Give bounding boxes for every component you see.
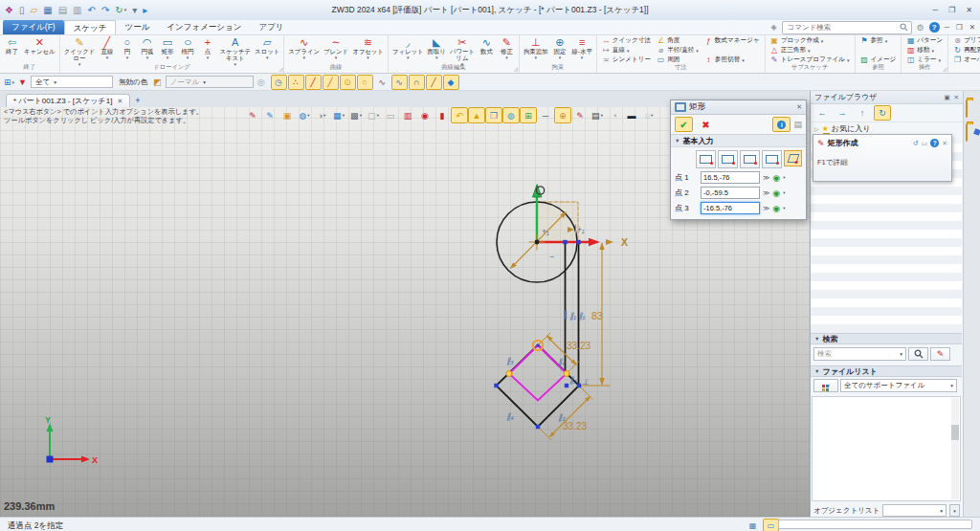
- rect-3pt-button[interactable]: [762, 150, 782, 168]
- dialog-close-icon[interactable]: ✕: [796, 103, 802, 111]
- clock-icon[interactable]: ◔: [606, 107, 623, 123]
- linestyle-select[interactable]: ノーマル▾: [166, 76, 254, 88]
- center-circle-toggle[interactable]: ⊙: [340, 75, 356, 90]
- target-icon[interactable]: ◉: [416, 107, 434, 123]
- ribbon-button[interactable]: ▦パターン: [906, 36, 943, 45]
- cancel-button[interactable]: ✖: [697, 117, 715, 132]
- filelist-section-header[interactable]: ▼ ファイルリスト: [811, 365, 962, 377]
- group-launcher-icon[interactable]: ◿: [514, 66, 518, 72]
- ribbon-button[interactable]: ≡線-水平▾: [569, 36, 593, 64]
- search-section-header[interactable]: ▼ 検索: [811, 333, 962, 344]
- section-icon[interactable]: ▥: [399, 107, 416, 123]
- ribbon-button[interactable]: ↔クイック寸法: [602, 36, 651, 45]
- ribbon-button[interactable]: ⊕固定▾: [549, 36, 569, 64]
- new-file-icon[interactable]: ▯: [19, 5, 25, 15]
- undo-icon[interactable]: ↶: [88, 5, 96, 15]
- constraint-perpendicular[interactable]: ⊥: [582, 377, 589, 387]
- ribbon-button[interactable]: ∿スプライン▾: [286, 36, 322, 64]
- panel-close-icon[interactable]: ✕: [954, 94, 959, 101]
- command-search-input[interactable]: [786, 22, 900, 33]
- clear-search-button[interactable]: ✎: [930, 347, 950, 361]
- ribbon-button[interactable]: ↻再配置: [953, 46, 980, 55]
- ribbon-button[interactable]: ∼ブレンド▾: [322, 36, 350, 64]
- crosshair-icon[interactable]: ⊕: [554, 107, 571, 123]
- pick-point-icon[interactable]: ◉: [772, 188, 780, 198]
- points-toggle[interactable]: ∴: [288, 75, 304, 90]
- close-icon[interactable]: ✕: [966, 6, 972, 14]
- diagonal-toggle[interactable]: ╱: [426, 75, 442, 90]
- monitor-icon[interactable]: ▭: [763, 519, 779, 531]
- search-button[interactable]: [908, 347, 928, 361]
- ribbon-button[interactable]: +点▾: [197, 36, 217, 64]
- scrollbar-thumb[interactable]: [951, 425, 959, 440]
- solid-toggle[interactable]: ◆: [443, 75, 459, 90]
- ribbon-button[interactable]: ◠円弧▾: [137, 36, 157, 64]
- search-icon[interactable]: [900, 23, 908, 32]
- tab-apps[interactable]: アプリ: [250, 20, 292, 34]
- tree-item[interactable]: ▷★お気に入り: [811, 122, 963, 134]
- ribbon-button[interactable]: ○円▾: [117, 36, 137, 64]
- tab-information[interactable]: インフォメーション: [158, 20, 250, 34]
- ribbon-button[interactable]: ◣面取り▾: [426, 36, 448, 64]
- window-tip-icon[interactable]: ▭: [922, 140, 928, 147]
- print-preview-icon[interactable]: ▥: [73, 5, 81, 15]
- file-browser-tab-icon[interactable]: [966, 100, 978, 109]
- filter-select[interactable]: 全て▾: [31, 76, 113, 88]
- link-icon[interactable]: ◎: [257, 77, 265, 87]
- play-icon[interactable]: ▸: [143, 5, 147, 15]
- dimension-83[interactable]: 83: [591, 310, 603, 321]
- dimension-top[interactable]: 33.23: [567, 341, 590, 351]
- pick-caret-icon[interactable]: ▾: [783, 206, 785, 210]
- undo-view-icon[interactable]: ↶: [451, 107, 468, 123]
- clock-toggle[interactable]: ◷: [271, 75, 287, 90]
- status-input[interactable]: [778, 520, 972, 529]
- palette-icon[interactable]: ◩: [153, 77, 162, 87]
- file-list[interactable]: [812, 396, 961, 501]
- group-launcher-icon[interactable]: ◿: [278, 66, 282, 72]
- shade-mode-icon[interactable]: ◑▾: [313, 107, 330, 123]
- save-icon[interactable]: ▦: [43, 5, 52, 15]
- file-type-filter[interactable]: 全てのサポートファイル ▾: [840, 379, 957, 392]
- circle-toggle[interactable]: ○: [357, 75, 373, 90]
- line2-toggle[interactable]: ╱: [323, 75, 339, 90]
- help-tip-icon[interactable]: ?: [930, 139, 939, 147]
- new-tab-button[interactable]: +: [135, 96, 140, 107]
- constraint-parallel-2[interactable]: ∥₂: [569, 375, 577, 385]
- pick-point-icon[interactable]: ◉: [772, 173, 780, 183]
- ribbon-button[interactable]: ✂パワート リム▾: [448, 36, 477, 64]
- ribbon-button[interactable]: ↦直線▾: [602, 46, 651, 55]
- ribbon-button[interactable]: △正三角形▾: [770, 46, 850, 55]
- ribbon-button[interactable]: ✎修正▾: [497, 36, 517, 64]
- plane-icon[interactable]: ▢▾: [365, 107, 382, 123]
- warning-icon[interactable]: ▲: [468, 107, 485, 123]
- ribbon-button[interactable]: Aスケッチテ キスト▾: [217, 36, 253, 64]
- line-toggle[interactable]: ╱: [305, 75, 322, 90]
- ribbon-button[interactable]: ∠角度: [657, 36, 699, 45]
- document-tab[interactable]: * パート001.Z3 - [スケッチ1] ✕: [6, 94, 130, 107]
- tab-tools[interactable]: ツール: [116, 20, 158, 34]
- dock-icon[interactable]: ◈: [770, 23, 776, 32]
- print-icon[interactable]: ▤: [58, 5, 67, 15]
- customize-icon[interactable]: ▾: [132, 5, 137, 15]
- mdi-restore-icon[interactable]: ❐: [956, 23, 963, 32]
- view-mode-button[interactable]: ▾: [813, 379, 838, 392]
- view-manager-icon[interactable]: ⊞▾: [4, 77, 14, 87]
- ribbon-button[interactable]: ✕キャンセル: [22, 36, 57, 64]
- app-logo-icon[interactable]: ❖: [5, 5, 13, 15]
- edit-pen-icon[interactable]: ✎: [261, 107, 278, 123]
- panel-left-icon[interactable]: ▦: [745, 519, 761, 531]
- basic-input-section-header[interactable]: ▼ 基本入力: [671, 135, 806, 147]
- point-input-2[interactable]: [701, 187, 760, 199]
- rect-center-corner-button[interactable]: [740, 150, 760, 168]
- gear-icon[interactable]: ⚙: [917, 23, 924, 33]
- expand-icon[interactable]: ▷: [814, 125, 819, 132]
- dimension-bottom[interactable]: 33.23: [563, 421, 587, 431]
- up-icon[interactable]: ↑: [854, 105, 871, 121]
- black-bar-icon[interactable]: ▬: [623, 107, 640, 123]
- close-tip-icon[interactable]: ✕: [942, 140, 947, 147]
- info-toggle-button[interactable]: i: [772, 117, 791, 132]
- circle-dashed-icon[interactable]: ◌▾: [640, 107, 657, 123]
- tab-close-icon[interactable]: ✕: [117, 98, 122, 105]
- window-icon[interactable]: ❐: [485, 107, 502, 123]
- regen-icon[interactable]: ↻▾: [115, 5, 126, 15]
